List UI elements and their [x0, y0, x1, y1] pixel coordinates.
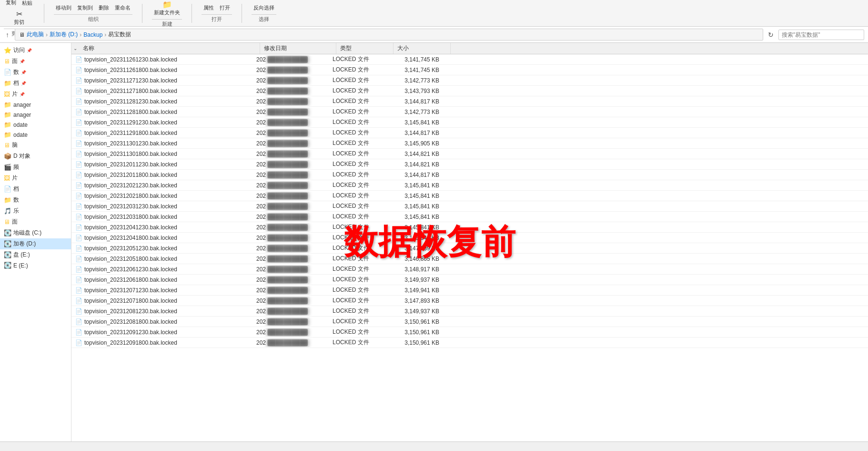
date-partial: 202 — [256, 67, 266, 73]
sidebar-item-odate2[interactable]: 📁 odate — [0, 130, 71, 140]
table-row[interactable]: 📄topvision_202312031230.bak.locked202 ██… — [71, 201, 868, 212]
up-button[interactable]: ↑ — [4, 30, 11, 40]
sidebar-item-manager1[interactable]: 📁 anager — [0, 100, 71, 110]
table-row[interactable]: 📄topvision_202311301230.bak.locked202 ██… — [71, 138, 868, 149]
file-name-cell: 📄topvision_202312041800.bak.locked — [71, 234, 252, 242]
col-header-type[interactable]: 类型 — [336, 43, 394, 54]
table-row[interactable]: 📄topvision_202312091230.bak.locked202 ██… — [71, 327, 868, 338]
file-date-cell: 202 ██████████ — [252, 76, 329, 85]
sidebar-item-quickaccess[interactable]: ⭐ 访问 📌 — [0, 45, 71, 56]
file-name-cell: 📄topvision_202312051230.bak.locked — [71, 244, 252, 253]
new-folder-button[interactable]: 📁 新建文件夹 — [152, 0, 182, 17]
col-header-size[interactable]: 大小 — [394, 43, 451, 54]
sidebar-item-drive-c[interactable]: 💽 地磁盘 (C:) — [0, 227, 71, 238]
breadcrumb-item-pc[interactable]: 此电脑 — [27, 31, 44, 39]
col-header-name[interactable]: 名称 — [79, 43, 260, 54]
sidebar: ⭐ 访问 📌 🖥 面 📌 📄 数 📌 📁 档 📌 🖼 片 📌 📁 anager — [0, 43, 71, 441]
table-row[interactable]: 📄topvision_202312061230.bak.locked202 ██… — [71, 264, 868, 275]
table-row[interactable]: 📄topvision_202311281800.bak.locked202 ██… — [71, 107, 868, 117]
table-row[interactable]: 📄topvision_202311291230.bak.locked202 ██… — [71, 117, 868, 128]
file-icon: 📄 — [75, 339, 82, 346]
file-icon: 📄 — [75, 203, 82, 210]
file-type-cell: LOCKED 文件 — [329, 338, 386, 348]
sidebar-item-photos[interactable]: 🖼 片 — [0, 173, 71, 184]
sidebar-item-docs[interactable]: 📄 数 📌 — [0, 67, 71, 78]
move-to-button[interactable]: 移动到 — [54, 3, 73, 12]
folder-icon: 📁 — [4, 111, 11, 118]
file-area: 数据恢复前 ⌄ 名称 修改日期 类型 大小 📄topvision_2023112… — [71, 43, 868, 441]
table-row[interactable]: 📄topvision_202312071800.bak.locked202 ██… — [71, 296, 868, 306]
delete-button[interactable]: 删除 — [97, 3, 111, 12]
sidebar-item-drive-e2[interactable]: 💽 E (E:) — [0, 260, 71, 270]
sidebar-item-video[interactable]: 🎬 频 — [0, 162, 71, 173]
file-name-cell: 📄topvision_202312081800.bak.locked — [71, 318, 252, 326]
table-row[interactable]: 📄topvision_202312091800.bak.locked202 ██… — [71, 338, 868, 348]
sidebar-item-drive-d[interactable]: 💽 加卷 (D:) — [0, 238, 71, 249]
table-row[interactable]: 📄topvision_202311271800.bak.locked202 ██… — [71, 86, 868, 96]
table-row[interactable]: 📄topvision_202311261800.bak.locked202 ██… — [71, 65, 868, 75]
sort-toggle[interactable]: ⌄ — [71, 44, 79, 53]
paste-button[interactable]: 📋 粘贴 — [20, 0, 34, 8]
table-row[interactable]: 📄topvision_202312051800.bak.locked202 ██… — [71, 254, 868, 264]
sidebar-item-data[interactable]: 📁 数 — [0, 195, 71, 205]
drive-icon: 💽 — [4, 262, 11, 269]
table-row[interactable]: 📄topvision_202312011230.bak.locked202 ██… — [71, 159, 868, 170]
sidebar-item-3d[interactable]: 📦 D 对象 — [0, 151, 71, 162]
sidebar-item-drive-e1[interactable]: 💽 盘 (E:) — [0, 249, 71, 260]
invert-selection-button[interactable]: 反向选择 — [252, 3, 276, 12]
col-header-date[interactable]: 修改日期 — [260, 43, 336, 54]
file-size-cell: 3,146,865 KB — [386, 255, 443, 263]
sidebar-item-documents[interactable]: 📄 档 — [0, 184, 71, 195]
cut-button[interactable]: ✂ 剪切 — [12, 9, 26, 27]
table-row[interactable]: 📄topvision_202311271230.bak.locked202 ██… — [71, 75, 868, 86]
rename-button[interactable]: 重命名 — [113, 3, 132, 12]
table-row[interactable]: 📄topvision_202312051230.bak.locked202 ██… — [71, 243, 868, 254]
table-row[interactable]: 📄topvision_202311301800.bak.locked202 ██… — [71, 149, 868, 159]
folder-icon: 🖼 — [4, 91, 10, 98]
sidebar-item-label: D 对象 — [13, 152, 30, 160]
file-type-cell: LOCKED 文件 — [329, 317, 386, 327]
table-row[interactable]: 📄topvision_202312031800.bak.locked202 ██… — [71, 212, 868, 222]
sidebar-item-music[interactable]: 🎵 乐 — [0, 205, 71, 216]
table-row[interactable]: 📄topvision_202312061800.bak.locked202 ██… — [71, 275, 868, 285]
date-blurred: ██████████ — [267, 277, 308, 283]
sidebar-item-face[interactable]: 🖥 面 — [0, 216, 71, 227]
copy-button[interactable]: ⧉ 复制 — [4, 0, 18, 7]
copy-to-button[interactable]: 复制到 — [75, 3, 95, 12]
table-row[interactable]: 📄topvision_202311261230.bak.locked202 ██… — [71, 54, 868, 65]
file-icon: 📄 — [75, 88, 82, 94]
sidebar-item-pc[interactable]: 🖥 脑 — [0, 140, 71, 151]
table-row[interactable]: 📄topvision_202312081230.bak.locked202 ██… — [71, 306, 868, 317]
breadcrumb-item-drive[interactable]: 新加卷 (D:) — [50, 31, 78, 39]
invert-selection-label: 反向选择 — [253, 4, 274, 11]
table-row[interactable]: 📄topvision_202311281230.bak.locked202 ██… — [71, 96, 868, 107]
file-icon: 📄 — [75, 140, 82, 147]
refresh-button[interactable]: ↻ — [767, 30, 775, 40]
sidebar-item-label: 档 — [13, 79, 19, 87]
folder-icon: 📁 — [4, 196, 11, 204]
sidebar-item-label: odate — [13, 122, 28, 128]
file-icon: 📄 — [75, 214, 82, 220]
sidebar-item-desktop[interactable]: 🖥 面 📌 — [0, 56, 71, 67]
breadcrumb-item-backup[interactable]: Backup — [83, 31, 102, 38]
table-row[interactable]: 📄topvision_202312041800.bak.locked202 ██… — [71, 233, 868, 243]
search-input[interactable] — [778, 30, 864, 40]
table-row[interactable]: 📄topvision_202312011800.bak.locked202 ██… — [71, 170, 868, 180]
properties-button[interactable]: 属性 — [202, 3, 216, 12]
breadcrumb[interactable]: 🖥 此电脑 › 新加卷 (D:) › Backup › 易宝数据 — [15, 29, 763, 41]
sidebar-item-pics[interactable]: 🖼 片 📌 — [0, 89, 71, 100]
table-row[interactable]: 📄topvision_202312071230.bak.locked202 ██… — [71, 285, 868, 296]
open-button[interactable]: 打开 — [218, 3, 232, 12]
table-row[interactable]: 📄topvision_202312021230.bak.locked202 ██… — [71, 180, 868, 191]
table-row[interactable]: 📄topvision_202311291800.bak.locked202 ██… — [71, 128, 868, 138]
file-name-cell: 📄topvision_202311271230.bak.locked — [71, 76, 252, 85]
folder-icon: 📄 — [4, 69, 11, 76]
table-row[interactable]: 📄topvision_202312081800.bak.locked202 ██… — [71, 317, 868, 327]
sidebar-item-odate1[interactable]: 📁 odate — [0, 120, 71, 130]
sidebar-item-files[interactable]: 📁 档 📌 — [0, 78, 71, 89]
table-row[interactable]: 📄topvision_202312021800.bak.locked202 ██… — [71, 191, 868, 201]
date-partial: 202 — [256, 88, 266, 94]
date-blurred: ██████████ — [267, 308, 308, 315]
sidebar-item-manager2[interactable]: 📁 anager — [0, 110, 71, 120]
table-row[interactable]: 📄topvision_202312041230.bak.locked202 ██… — [71, 222, 868, 233]
